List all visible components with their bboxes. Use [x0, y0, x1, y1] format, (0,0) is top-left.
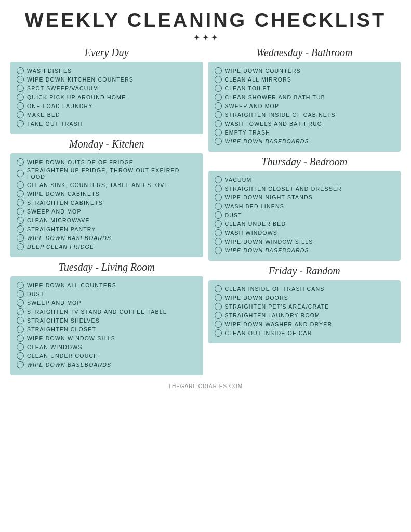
monday-kitchen-section: Monday - Kitchen WIPE DOWN OUTSIDE OF FR…: [10, 138, 203, 257]
checkbox-circle[interactable]: [17, 181, 24, 189]
checkbox-circle[interactable]: [215, 120, 222, 127]
checkbox-circle[interactable]: [17, 76, 24, 83]
list-item: WIPE DOWN ALL COUNTERS: [17, 282, 197, 289]
checkbox-circle[interactable]: [17, 158, 24, 166]
checkbox-circle[interactable]: [17, 120, 24, 127]
checkbox-circle[interactable]: [215, 138, 222, 145]
checkbox-circle[interactable]: [215, 247, 222, 254]
list-item: WASH WINDOWS: [215, 229, 395, 236]
every-day-section: Every Day WASH DISHES WIPE DOWN KITCHEN …: [10, 47, 203, 134]
checkbox-circle[interactable]: [215, 76, 222, 83]
thursday-bedroom-title: Thursday - Bedroom: [208, 156, 401, 168]
checkbox-circle[interactable]: [17, 67, 24, 74]
list-item: TAKE OUT TRASH: [17, 120, 197, 127]
list-item: CLEAN MICROWAVE: [17, 217, 197, 224]
list-item: DUST: [17, 290, 197, 298]
list-item: EMPTY TRASH: [215, 129, 395, 136]
checkbox-circle[interactable]: [17, 335, 24, 342]
list-item: SWEEP AND MOP: [17, 208, 197, 215]
checkbox-circle[interactable]: [17, 199, 24, 206]
checkbox-circle[interactable]: [17, 217, 24, 224]
list-item: DEEP CLEAN FRIDGE: [17, 243, 197, 250]
checkbox-circle[interactable]: [17, 343, 24, 351]
checkbox-circle[interactable]: [215, 94, 222, 101]
checkbox-circle[interactable]: [17, 282, 24, 289]
wednesday-bathroom-section: Wednesday - Bathroom WIPE DOWN COUNTERS …: [208, 47, 401, 152]
checkbox-circle[interactable]: [17, 102, 24, 110]
list-item: QUICK PICK UP AROUND HOME: [17, 94, 197, 101]
checkbox-circle[interactable]: [215, 129, 222, 136]
checkbox-circle[interactable]: [17, 317, 24, 324]
list-item: CLEAN UNDER BED: [215, 220, 395, 228]
checkbox-circle[interactable]: [215, 176, 222, 183]
checkbox-circle[interactable]: [17, 243, 24, 250]
checkbox-circle[interactable]: [215, 194, 222, 201]
checkbox-circle[interactable]: [17, 308, 24, 315]
checkbox-circle[interactable]: [215, 294, 222, 301]
checkbox-circle[interactable]: [215, 220, 222, 228]
left-column: Every Day WASH DISHES WIPE DOWN KITCHEN …: [10, 47, 203, 379]
list-item: SPOT SWEEP/VACUUM: [17, 85, 197, 92]
checkbox-circle[interactable]: [215, 203, 222, 210]
checkbox-circle[interactable]: [215, 211, 222, 219]
checkbox-circle[interactable]: [17, 299, 24, 307]
monday-kitchen-title: Monday - Kitchen: [10, 138, 203, 150]
wednesday-bathroom-box: WIPE DOWN COUNTERS CLEAN ALL MIRRORS CLE…: [208, 62, 401, 152]
tuesday-living-room-box: WIPE DOWN ALL COUNTERS DUST SWEEP AND MO…: [10, 276, 203, 375]
list-item: WIPE DOWN CABINETS: [17, 190, 197, 197]
list-item: CLEAN UNDER COUCH: [17, 352, 197, 360]
list-item: CLEAN SINK, COUNTERS, TABLE AND STOVE: [17, 181, 197, 189]
checkbox-circle[interactable]: [215, 285, 222, 292]
list-item: CLEAN SHOWER AND BATH TUB: [215, 94, 395, 101]
list-item: SWEEP AND MOP: [215, 102, 395, 110]
checkbox-circle[interactable]: [215, 238, 222, 245]
list-item: WIPE DOWN BASEBOARDS: [215, 138, 395, 145]
tuesday-living-room-section: Tuesday - Living Room WIPE DOWN ALL COUN…: [10, 261, 203, 375]
list-item: CLEAN INSIDE OF TRASH CANS: [215, 285, 395, 292]
checkbox-circle[interactable]: [215, 312, 222, 319]
right-column: Wednesday - Bathroom WIPE DOWN COUNTERS …: [208, 47, 401, 379]
checkbox-circle[interactable]: [17, 234, 24, 242]
list-item: SWEEP AND MOP: [17, 299, 197, 307]
checkbox-circle[interactable]: [17, 190, 24, 197]
list-item: WIPE DOWN DOORS: [215, 294, 395, 301]
list-item: STRAIGHTEN TV STAND AND COFFEE TABLE: [17, 308, 197, 315]
list-item: STRAIGHTEN INSIDE OF CABINETS: [215, 111, 395, 118]
every-day-title: Every Day: [10, 47, 203, 59]
checkbox-circle[interactable]: [17, 352, 24, 360]
checkbox-circle[interactable]: [17, 361, 24, 368]
checkbox-circle[interactable]: [215, 329, 222, 337]
checkbox-circle[interactable]: [17, 170, 24, 177]
list-item: DUST: [215, 211, 395, 219]
friday-random-title: Friday - Random: [208, 265, 401, 277]
checkbox-circle[interactable]: [215, 229, 222, 236]
checkbox-circle[interactable]: [17, 111, 24, 118]
checkbox-circle[interactable]: [17, 208, 24, 215]
list-item: WIPE DOWN KITCHEN COUNTERS: [17, 76, 197, 83]
checkbox-circle[interactable]: [17, 225, 24, 233]
checkbox-circle[interactable]: [215, 102, 222, 110]
checkbox-circle[interactable]: [215, 185, 222, 192]
checkbox-circle[interactable]: [215, 85, 222, 92]
checkbox-circle[interactable]: [17, 326, 24, 333]
list-item: ONE LOAD LAUNDRY: [17, 102, 197, 110]
list-item: CLEAN OUT INSIDE OF CAR: [215, 329, 395, 337]
list-item: CLEAN ALL MIRRORS: [215, 76, 395, 83]
list-item: CLEAN TOILET: [215, 85, 395, 92]
checkbox-circle[interactable]: [215, 111, 222, 118]
checkbox-circle[interactable]: [17, 290, 24, 298]
monday-kitchen-box: WIPE DOWN OUTSIDE OF FRIDGE STRAIGHTEN U…: [10, 153, 203, 257]
friday-random-section: Friday - Random CLEAN INSIDE OF TRASH CA…: [208, 265, 401, 343]
checkbox-circle[interactable]: [17, 85, 24, 92]
list-item: CLEAN WINDOWS: [17, 343, 197, 351]
checkbox-circle[interactable]: [215, 303, 222, 310]
list-item: MAKE BED: [17, 111, 197, 118]
wednesday-bathroom-title: Wednesday - Bathroom: [208, 47, 401, 59]
checkbox-circle[interactable]: [215, 321, 222, 328]
thursday-bedroom-box: VACUUM STRAIGHTEN CLOSET AND DRESSER WIP…: [208, 171, 401, 261]
list-item: VACUUM: [215, 176, 395, 183]
list-item: WIPE DOWN WINDOW SILLS: [215, 238, 395, 245]
checkbox-circle[interactable]: [215, 67, 222, 74]
list-item: STRAIGHTEN SHELVES: [17, 317, 197, 324]
checkbox-circle[interactable]: [17, 94, 24, 101]
